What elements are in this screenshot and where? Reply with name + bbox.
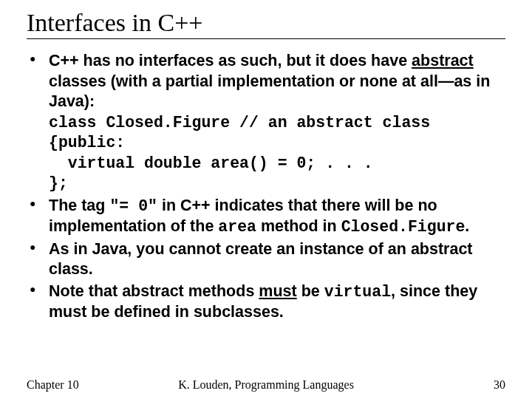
slide-body: C++ has no interfaces as such, but it do… [27,51,505,323]
bullet-list: C++ has no interfaces as such, but it do… [27,51,505,323]
code-inline: virtual [324,283,391,301]
code-block: class Closed.Figure // an abstract class… [49,113,505,194]
list-item: Note that abstract methods must be virtu… [27,282,505,323]
text: C++ has no interfaces as such, but it do… [49,52,412,69]
footer-center: K. Louden, Programming Languages [27,378,505,392]
text: be [297,282,324,300]
text: classes (with a partial implementation o… [49,72,490,111]
list-item: The tag "= 0" in C++ indicates that ther… [27,196,505,238]
text: method in [256,217,341,235]
list-item: C++ has no interfaces as such, but it do… [27,51,505,194]
slide-title: Interfaces in C++ [27,9,505,39]
code-inline: Closed.Figure [341,218,466,236]
text: As in Java, you cannot create an instanc… [49,240,473,279]
slide: Interfaces in C++ C++ has no interfaces … [0,0,532,399]
underline-text: must [259,282,296,300]
code-inline: "= 0" [109,197,157,215]
code-inline: area [218,218,256,236]
text: . [465,217,469,235]
text: The tag [49,197,109,214]
underline-text: abstract [412,52,474,69]
list-item: As in Java, you cannot create an instanc… [27,239,505,280]
slide-footer: Chapter 10 K. Louden, Programming Langua… [27,378,505,392]
text: Note that abstract methods [49,282,259,300]
